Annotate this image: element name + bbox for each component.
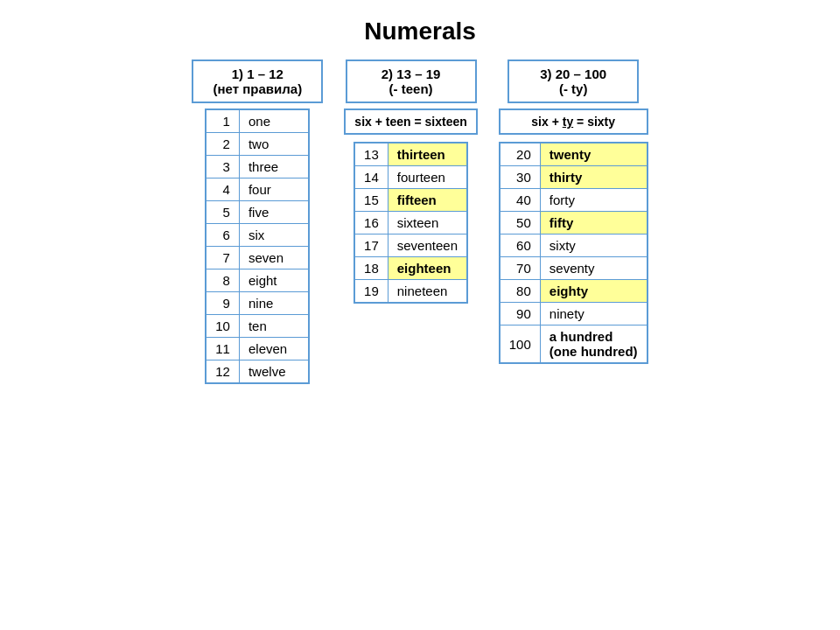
- table-row: 90ninety: [500, 303, 648, 326]
- table-row: 11eleven: [206, 338, 309, 360]
- table-row: 3three: [206, 156, 309, 178]
- table-row: 50fifty: [500, 212, 648, 234]
- table-row: 20twenty: [500, 143, 648, 166]
- table-row: 14fourteen: [354, 166, 467, 189]
- col2-table: 13thirteen14fourteen15fifteen16sixteen17…: [354, 142, 468, 304]
- col2-rule: six + teen = sixteen: [344, 108, 477, 135]
- table-row: 60sixty: [500, 234, 648, 257]
- table-row: 40forty: [500, 189, 648, 212]
- col3-header: 3) 20 – 100 (- ty): [508, 60, 639, 103]
- col3-rule: six + ty = sixty: [499, 108, 648, 135]
- table-row: 13thirteen: [354, 143, 467, 166]
- table-row: 12twelve: [206, 360, 309, 384]
- table-row: 6six: [206, 224, 309, 247]
- table-row: 10ten: [206, 315, 309, 338]
- column-2: 2) 13 – 19 (- teen) six + teen = sixteen…: [344, 60, 477, 304]
- table-row: 18eighteen: [354, 257, 467, 280]
- column-1: 1) 1 – 12 (нет правила) 1one2two3three4f…: [192, 60, 323, 384]
- col1-header: 1) 1 – 12 (нет правила): [192, 60, 323, 103]
- main-columns: 1) 1 – 12 (нет правила) 1one2two3three4f…: [192, 60, 648, 384]
- table-row: 5five: [206, 201, 309, 224]
- table-row: 2two: [206, 133, 309, 156]
- table-row: 30thirty: [500, 166, 648, 189]
- table-row: 9nine: [206, 292, 309, 315]
- column-3: 3) 20 – 100 (- ty) six + ty = sixty 20tw…: [499, 60, 648, 364]
- table-row: 19nineteen: [354, 280, 467, 304]
- table-row: 8eight: [206, 270, 309, 292]
- col1-table: 1one2two3three4four5five6six7seven8eight…: [205, 108, 310, 384]
- table-row: 80eighty: [500, 280, 648, 303]
- table-row: 4four: [206, 178, 309, 201]
- table-row: 100a hundred(one hundred): [500, 326, 648, 364]
- table-row: 16sixteen: [354, 212, 467, 234]
- table-row: 15fifteen: [354, 189, 467, 212]
- table-row: 17seventeen: [354, 234, 467, 257]
- col3-table: 20twenty30thirty40forty50fifty60sixty70s…: [499, 142, 648, 364]
- table-row: 7seven: [206, 247, 309, 270]
- table-row: 1one: [206, 109, 309, 133]
- table-row: 70seventy: [500, 257, 648, 280]
- page-title: Numerals: [364, 18, 476, 46]
- col2-header: 2) 13 – 19 (- teen): [346, 60, 477, 103]
